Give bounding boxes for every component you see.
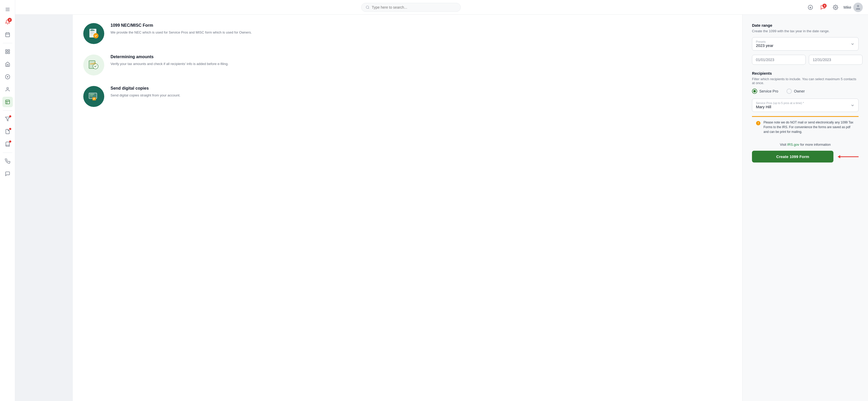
- arrow-indicator: [838, 153, 859, 160]
- end-date-input[interactable]: [809, 55, 863, 65]
- radio-circle-service-pro: [752, 89, 757, 94]
- download-icon-button[interactable]: [806, 3, 815, 12]
- right-panel: Date range Create the 1099 with the tax …: [742, 15, 868, 401]
- sidebar-item-chat[interactable]: [2, 169, 13, 179]
- sidebar-divider-2: [3, 110, 12, 111]
- feature-desc-digital-copies: Send digital copies straight from your a…: [111, 93, 181, 98]
- notification-badge: 4: [8, 18, 12, 22]
- chat-badge: 5: [823, 4, 827, 8]
- service-pro-select-value: Mary Hill: [756, 105, 804, 109]
- sidebar-item-support[interactable]: [2, 156, 13, 166]
- start-date-input[interactable]: [752, 55, 806, 65]
- feature-desc-amounts: Verify your tax amounts and check if all…: [111, 61, 229, 66]
- warning-icon: [756, 120, 761, 134]
- sidebar-rail: 4: [0, 0, 15, 401]
- svg-text:TAX$: TAX$: [91, 29, 93, 30]
- feature-title-amounts: Determining amounts: [111, 55, 229, 59]
- sidebar-item-calendar[interactable]: [2, 29, 13, 40]
- svg-rect-8: [8, 50, 9, 51]
- svg-point-14: [6, 88, 8, 89]
- svg-rect-40: [90, 96, 93, 96]
- main-content: TAX$ 1099 NEC/MISC Form We provide the N…: [73, 15, 742, 401]
- sidebar-item-home[interactable]: [2, 59, 13, 69]
- topnav-right: 5 Mike: [806, 3, 863, 12]
- create-1099-button[interactable]: Create 1099 Form: [752, 151, 833, 163]
- radio-label-service-pro: Service Pro: [759, 89, 778, 93]
- feature-text-amounts: Determining amounts Verify your tax amou…: [111, 55, 229, 66]
- svg-rect-38: [90, 94, 94, 95]
- chevron-down-icon-service-pro: [850, 103, 855, 108]
- tax-form-icon: TAX$: [83, 23, 104, 44]
- service-pro-select-label: Service Pros (up to 5 pros at a time) *: [756, 102, 804, 105]
- notice-box: Please note we do NOT mail or send elect…: [752, 116, 859, 137]
- svg-rect-15: [5, 100, 9, 104]
- radio-row: Service Pro Owner: [752, 89, 859, 94]
- sidebar-item-pages[interactable]: [2, 139, 13, 149]
- chat-icon-button[interactable]: 5: [818, 3, 828, 12]
- feature-card-digital-copies: Send digital copies Send digital copies …: [83, 86, 732, 107]
- secondary-sidebar: [15, 15, 73, 401]
- search-container: [21, 3, 802, 12]
- sidebar-divider-1: [3, 43, 12, 43]
- irs-link-row: Visit IRS.gov for more information: [752, 143, 859, 146]
- main-wrapper: 5 Mike: [15, 0, 868, 401]
- feature-text-nec-misc: 1099 NEC/MISC Form We provide the NEC wh…: [111, 23, 252, 35]
- recipients-section: Recipients Filter which recipients to in…: [752, 71, 859, 112]
- search-input[interactable]: [372, 5, 456, 9]
- service-pro-select[interactable]: Service Pros (up to 5 pros at a time) * …: [752, 98, 859, 112]
- radio-owner[interactable]: Owner: [786, 89, 805, 94]
- search-icon: [366, 5, 370, 9]
- svg-rect-26: [90, 31, 94, 32]
- svg-rect-9: [5, 52, 7, 54]
- user-section[interactable]: Mike: [843, 3, 863, 12]
- btn-row: Create 1099 Form: [752, 151, 859, 163]
- content-area: TAX$ 1099 NEC/MISC Form We provide the N…: [15, 15, 868, 401]
- svg-marker-18: [5, 117, 10, 121]
- recipients-subtitle: Filter which recipients to include. You …: [752, 77, 859, 85]
- filter-badge: [9, 115, 11, 117]
- search-box[interactable]: [361, 3, 461, 12]
- documents-badge: [9, 128, 11, 130]
- feature-desc-nec-misc: We provide the NEC which is used for Ser…: [111, 30, 252, 35]
- date-range-section: Date range Create the 1099 with the tax …: [752, 23, 859, 65]
- svg-rect-25: [90, 30, 95, 31]
- svg-point-22: [835, 6, 836, 8]
- pages-badge: [9, 141, 11, 143]
- feature-card-nec-misc: TAX$ 1099 NEC/MISC Form We provide the N…: [83, 23, 732, 44]
- sidebar-item-menu[interactable]: [2, 4, 13, 15]
- irs-link[interactable]: IRS.gov: [787, 143, 799, 146]
- svg-rect-28: [90, 33, 93, 34]
- user-avatar: [853, 3, 863, 12]
- irs-prefix: Visit: [780, 143, 787, 146]
- svg-rect-27: [90, 32, 94, 33]
- svg-rect-3: [5, 33, 9, 37]
- user-name: Mike: [843, 5, 851, 9]
- feature-title-nec-misc: 1099 NEC/MISC Form: [111, 23, 252, 28]
- feature-card-amounts: 1099 Determining amounts Verify your tax…: [83, 55, 732, 76]
- sidebar-item-filters[interactable]: [2, 114, 13, 124]
- radio-service-pro[interactable]: Service Pro: [752, 89, 778, 94]
- sidebar-item-reports[interactable]: [2, 97, 13, 107]
- sidebar-divider-3: [3, 152, 12, 153]
- svg-point-35: [95, 65, 95, 66]
- preset-value: 2023 year: [756, 43, 773, 48]
- notice-text: Please note we do NOT mail or send elect…: [764, 120, 855, 134]
- sidebar-item-notifications[interactable]: 4: [2, 17, 13, 27]
- preset-select[interactable]: Presets 2023 year: [752, 37, 859, 51]
- date-range-subtitle: Create the 1099 with the tax year in the…: [752, 29, 859, 33]
- settings-icon-button[interactable]: [831, 3, 840, 12]
- radio-label-owner: Owner: [794, 89, 805, 93]
- svg-rect-10: [8, 52, 9, 54]
- svg-marker-49: [838, 155, 840, 158]
- sidebar-item-people[interactable]: [2, 84, 13, 95]
- svg-rect-39: [90, 95, 93, 95]
- radio-circle-owner: [786, 89, 792, 94]
- sidebar-item-documents[interactable]: [2, 126, 13, 137]
- date-row: [752, 55, 859, 65]
- svg-point-19: [366, 6, 369, 8]
- irs-suffix: for more information: [799, 143, 831, 146]
- send-copies-icon: [83, 86, 104, 107]
- sidebar-item-dashboard[interactable]: [2, 47, 13, 57]
- sidebar-item-money[interactable]: [2, 71, 13, 82]
- feature-text-digital-copies: Send digital copies Send digital copies …: [111, 86, 181, 98]
